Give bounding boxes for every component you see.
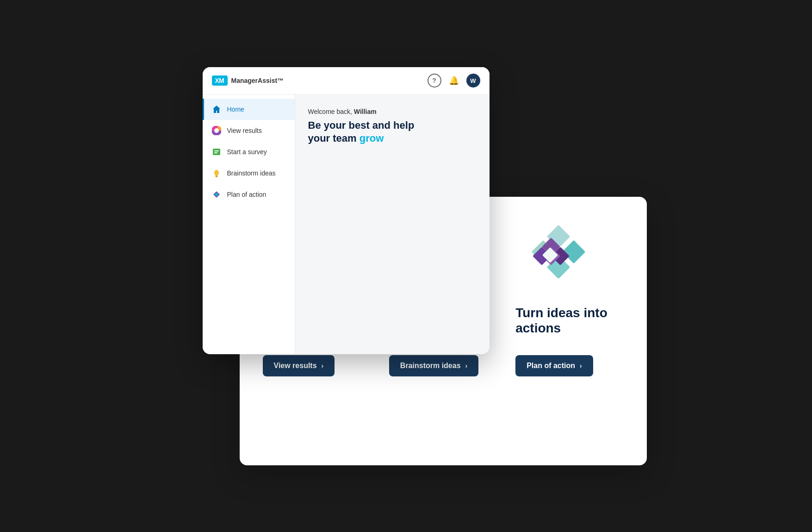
actions-title: Turn ideas into actions: [515, 305, 623, 342]
chevron-icon-2: ›: [465, 362, 468, 369]
survey-icon: [211, 147, 222, 157]
app-header: XM ManagerAssist™ ? 🔔 W: [203, 67, 490, 95]
chevron-icon: ›: [322, 362, 324, 369]
svg-rect-26: [214, 152, 217, 153]
svg-rect-29: [216, 176, 217, 177]
user-avatar[interactable]: W: [466, 74, 480, 88]
home-icon: [211, 104, 222, 114]
diamond-icon: [211, 189, 222, 200]
sidebar-item-plan[interactable]: Plan of action: [203, 184, 295, 205]
chevron-icon-3: ›: [580, 362, 582, 369]
sidebar-item-brainstorm[interactable]: Brainstorm ideas: [203, 163, 295, 184]
help-button[interactable]: ?: [428, 74, 441, 88]
sidebar-item-start-survey[interactable]: Start a survey: [203, 141, 295, 163]
front-window: XM ManagerAssist™ ? 🔔 W: [203, 67, 490, 354]
svg-rect-13: [562, 240, 586, 263]
svg-rect-25: [214, 150, 219, 151]
xm-badge: XM: [212, 75, 228, 86]
sidebar-item-view-results[interactable]: View results: [203, 120, 295, 141]
actions-icon: [515, 220, 589, 294]
lightbulb-icon: [211, 168, 222, 178]
sidebar: Home View results: [203, 95, 295, 354]
app-body: Home View results: [203, 95, 490, 354]
sidebar-item-home[interactable]: Home: [203, 99, 295, 120]
brainstorm-button[interactable]: Brainstorm ideas ›: [389, 355, 478, 376]
pie-chart-icon: [211, 125, 222, 136]
notifications-button[interactable]: 🔔: [447, 74, 461, 88]
xm-logo: XM ManagerAssist™: [212, 75, 284, 86]
svg-rect-24: [213, 149, 220, 155]
app-title: ManagerAssist™: [231, 77, 284, 84]
headline: Be your best and help your team grow: [308, 119, 477, 145]
view-results-button[interactable]: View results ›: [263, 355, 335, 376]
main-content: Welcome back, William Be your best and h…: [295, 95, 490, 354]
plan-button[interactable]: Plan of action ›: [515, 355, 593, 376]
feature-actions: Turn ideas into actions Plan of action ›: [515, 220, 623, 376]
welcome-message: Welcome back, William: [308, 108, 477, 115]
svg-rect-28: [215, 175, 218, 176]
svg-point-27: [214, 170, 219, 175]
app-container: Discover insights View results ›: [203, 67, 610, 465]
